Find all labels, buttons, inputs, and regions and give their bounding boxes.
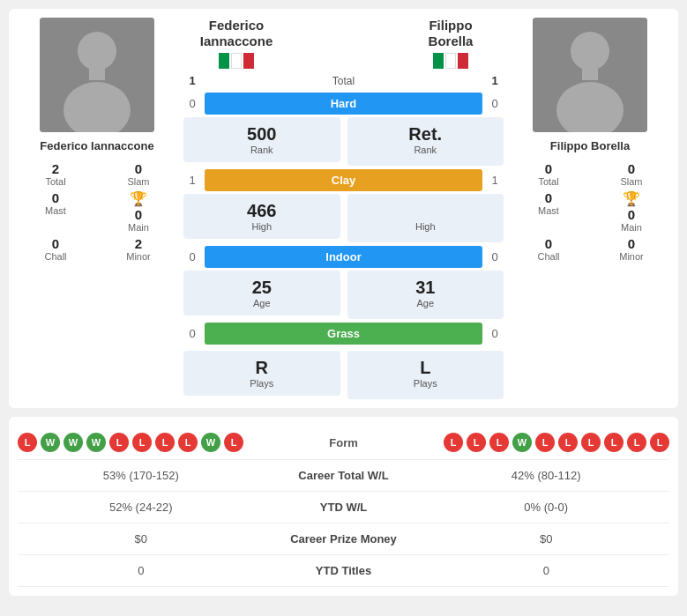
right-chall-value: 0 [545, 236, 552, 251]
indoor-right-score: 0 [486, 250, 504, 263]
stats-row-2: $0 Career Prize Money $0 [18, 523, 669, 555]
form-badge-l: L [581, 433, 601, 452]
form-badge-l: L [467, 433, 486, 452]
form-label: Form [282, 436, 406, 449]
left-high-card: 466 High [183, 194, 340, 239]
right-chall-cell: 0 Chall [511, 236, 586, 262]
form-badge-l: L [489, 433, 509, 452]
left-chall-cell: 0 Chall [18, 236, 93, 262]
left-flag [219, 53, 254, 69]
clay-right-score: 1 [486, 174, 504, 187]
headers-row: Federico Iannaccone Filippo Borella [183, 18, 504, 69]
right-high-label: High [358, 221, 494, 232]
form-badge-l: L [535, 433, 555, 452]
form-badge-l: L [444, 433, 463, 452]
clay-btn[interactable]: Clay [205, 169, 482, 191]
left-plays-label: Plays [194, 378, 330, 389]
form-badge-l: L [18, 433, 37, 452]
right-minor-cell: 0 Minor [594, 236, 669, 262]
stat-right-1: 0% (0-0) [423, 501, 670, 514]
main-container: Federico Iannaccone 2 Total 0 Slam 0 Mas… [0, 0, 687, 605]
right-total-cell: 0 Total [511, 161, 586, 187]
right-name-line1: Filippo [429, 18, 472, 33]
left-minor-cell: 2 Minor [101, 236, 176, 262]
right-plays-label: Plays [358, 378, 494, 389]
left-form: LWWWLLLLWL [18, 433, 282, 452]
left-chall-label: Chall [44, 251, 66, 262]
left-mast-label: Mast [45, 205, 66, 216]
svg-point-1 [78, 32, 116, 71]
svg-rect-7 [582, 67, 598, 80]
form-row: LWWWLLLLWL Form LLLWLLLLLL [18, 426, 669, 460]
right-age-label: Age [358, 298, 494, 308]
right-total-label: Total [538, 176, 558, 187]
right-header-name: Filippo Borella [429, 18, 474, 49]
indoor-btn[interactable]: Indoor [205, 246, 482, 268]
right-high-card: High [347, 194, 504, 242]
left-header-name: Federico Iannaccone [200, 18, 273, 49]
right-minor-label: Minor [619, 251, 644, 262]
stat-right-2: $0 [423, 532, 670, 545]
plays-row: R Plays L Plays [183, 351, 504, 399]
stats-row-3: 0 YTD Titles 0 [18, 555, 669, 587]
svg-point-5 [571, 32, 609, 71]
hard-btn[interactable]: Hard [205, 93, 482, 115]
left-rank-card: 500 Rank [183, 117, 340, 162]
right-rank-card: Ret. Rank [347, 117, 504, 166]
right-slam-label: Slam [620, 176, 642, 187]
right-plays-value: L [358, 358, 494, 378]
stat-left-2: $0 [18, 532, 265, 545]
stat-left-1: 52% (24-22) [18, 501, 265, 514]
left-main-value: 0 [135, 207, 142, 222]
mid-section: Federico Iannaccone Filippo Borella [176, 18, 511, 399]
form-badge-l: L [627, 433, 646, 452]
grass-btn[interactable]: Grass [205, 323, 482, 345]
left-minor-value: 2 [135, 236, 142, 251]
hard-right-score: 0 [486, 97, 504, 110]
form-badge-l: L [109, 433, 129, 452]
stat-left-0: 53% (170-152) [18, 469, 265, 482]
right-age-card: 31 Age [347, 271, 504, 319]
form-badge-l: L [132, 433, 152, 452]
italy-white-left [231, 53, 242, 69]
right-rank-value: Ret. [358, 124, 494, 145]
high-row: 466 High High [183, 194, 504, 242]
right-mast-cell: 0 Mast [511, 190, 586, 233]
right-mast-value: 0 [545, 190, 552, 205]
right-total-value: 0 [545, 161, 552, 176]
left-mast-value: 0 [52, 190, 59, 205]
right-rank-label: Rank [358, 145, 494, 155]
stats-row-0: 53% (170-152) Career Total W/L 42% (80-1… [18, 460, 669, 492]
left-minor-label: Minor [126, 251, 151, 262]
total-label: Total [205, 75, 482, 87]
total-left-score: 1 [183, 74, 201, 87]
left-header: Federico Iannaccone [183, 18, 289, 69]
indoor-left-score: 0 [183, 250, 201, 263]
form-badge-w: W [512, 433, 532, 452]
right-header: Filippo Borella [398, 18, 504, 69]
form-badge-l: L [224, 433, 243, 452]
form-badge-l: L [650, 433, 669, 452]
stat-label-1: YTD W/L [265, 501, 423, 514]
bottom-section: LWWWLLLLWL Form LLLWLLLLLL 53% (170-152)… [9, 417, 678, 596]
court-row-indoor: 0 Indoor 0 [183, 246, 504, 268]
left-high-label: High [194, 221, 330, 232]
left-age-value: 25 [194, 278, 330, 298]
court-row-grass: 0 Grass 0 [183, 323, 504, 345]
form-badge-w: W [63, 433, 83, 452]
right-player-avatar [533, 18, 647, 132]
right-player-section: Filippo Borella 0 Total 0 Slam 0 Mast 🏆 … [511, 18, 669, 399]
right-minor-value: 0 [628, 236, 635, 251]
grass-right-score: 0 [486, 327, 504, 340]
left-total-label: Total [45, 176, 65, 187]
right-age-value: 31 [358, 278, 494, 298]
rank-row: 500 Rank Ret. Rank [183, 117, 504, 166]
left-slam-value: 0 [135, 161, 142, 176]
right-stats-grid: 0 Total 0 Slam 0 Mast 🏆 0 Main 0 [511, 161, 669, 262]
hard-left-score: 0 [183, 97, 201, 110]
right-chall-label: Chall [537, 251, 559, 262]
form-badge-l: L [178, 433, 198, 452]
left-trophy-icon: 🏆 [130, 190, 147, 207]
right-plays-card: L Plays [347, 351, 504, 399]
comparison-card: Federico Iannaccone 2 Total 0 Slam 0 Mas… [9, 9, 678, 408]
